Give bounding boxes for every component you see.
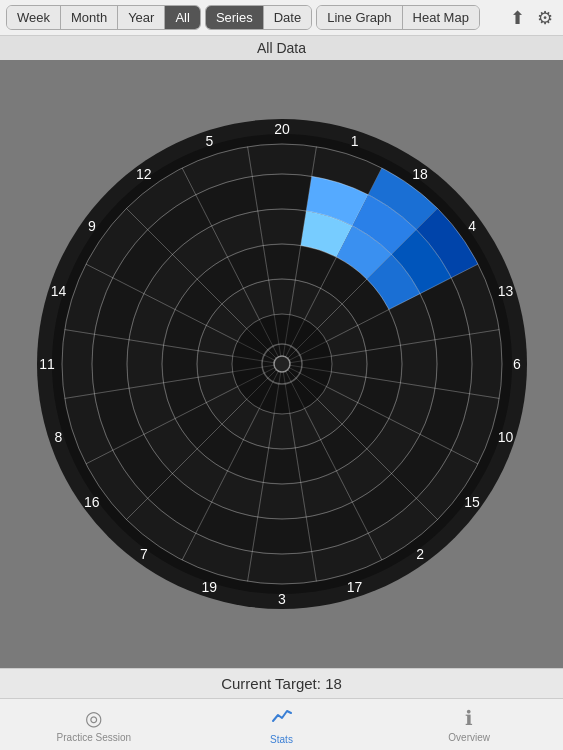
subtitle: All Data [0,36,563,60]
svg-text:15: 15 [464,494,480,510]
tab-line-graph[interactable]: Line Graph [317,6,402,29]
overview-label: Overview [448,732,490,743]
svg-text:14: 14 [50,283,66,299]
svg-text:19: 19 [201,579,217,595]
time-filter-group: Week Month Year All [6,5,201,30]
export-button[interactable]: ⬆ [506,5,529,31]
svg-text:11: 11 [39,356,55,372]
svg-text:3: 3 [278,591,286,607]
svg-text:13: 13 [497,283,513,299]
practice-icon: ◎ [85,706,102,730]
tab-week[interactable]: Week [7,6,61,29]
svg-text:10: 10 [497,429,513,445]
top-bar: Week Month Year All Series Date Line Gra… [0,0,563,36]
svg-point-29 [274,356,290,372]
svg-text:2: 2 [416,546,424,562]
svg-text:16: 16 [84,494,100,510]
svg-text:5: 5 [205,133,213,149]
tab-year[interactable]: Year [118,6,165,29]
svg-text:12: 12 [136,166,152,182]
svg-text:8: 8 [54,429,62,445]
dartboard: 2011841361015217319716811149125 [32,114,532,614]
svg-text:7: 7 [139,546,147,562]
tab-all[interactable]: All [165,6,199,29]
tab-date[interactable]: Date [264,6,311,29]
main-area: 2011841361015217319716811149125 [0,60,563,668]
nav-practice-session[interactable]: ◎ Practice Session [0,699,188,750]
overview-icon: ℹ [465,706,473,730]
svg-text:20: 20 [274,121,290,137]
stats-label: Stats [270,734,293,745]
svg-text:9: 9 [87,218,95,234]
graph-filter-group: Line Graph Heat Map [316,5,480,30]
svg-text:4: 4 [468,218,476,234]
svg-text:18: 18 [412,166,428,182]
tab-heat-map[interactable]: Heat Map [403,6,479,29]
practice-label: Practice Session [57,732,131,743]
svg-text:17: 17 [346,579,362,595]
dartboard-svg: 2011841361015217319716811149125 [32,114,532,614]
nav-stats[interactable]: Stats [188,699,376,750]
bottom-nav: ◎ Practice Session Stats ℹ Overview [0,698,563,750]
current-target: Current Target: 18 [0,668,563,698]
settings-button[interactable]: ⚙ [533,5,557,31]
nav-overview[interactable]: ℹ Overview [375,699,563,750]
tab-month[interactable]: Month [61,6,118,29]
stats-icon [271,705,293,732]
view-filter-group: Series Date [205,5,312,30]
svg-text:1: 1 [350,133,358,149]
tab-series[interactable]: Series [206,6,264,29]
svg-text:6: 6 [513,356,521,372]
